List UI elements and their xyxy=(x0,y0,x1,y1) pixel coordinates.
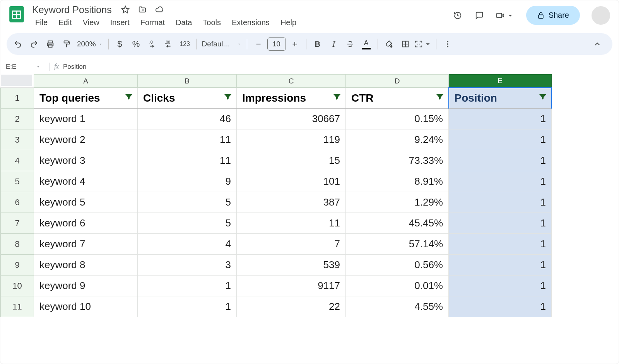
cell-E4[interactable]: 1 xyxy=(449,150,552,171)
font-size-increase-button[interactable] xyxy=(287,37,302,51)
cell-B8[interactable]: 4 xyxy=(138,234,237,255)
cell-D6[interactable]: 1.29% xyxy=(346,192,449,213)
cell-E8[interactable]: 1 xyxy=(449,234,552,255)
menu-file[interactable]: File xyxy=(31,16,52,29)
cell-A3[interactable]: keyword 2 xyxy=(34,129,138,150)
cell-D2[interactable]: 0.15% xyxy=(346,109,449,129)
row-header-8[interactable]: 8 xyxy=(1,234,34,255)
cell-A1[interactable]: Top queries xyxy=(34,88,138,109)
cell-A4[interactable]: keyword 3 xyxy=(34,150,138,171)
cell-D4[interactable]: 73.33% xyxy=(346,150,449,171)
cell-B7[interactable]: 5 xyxy=(138,213,237,234)
paint-format-button[interactable] xyxy=(59,37,74,51)
cell-B9[interactable]: 3 xyxy=(138,255,237,276)
cell-C10[interactable]: 9117 xyxy=(237,276,346,296)
cell-B10[interactable]: 1 xyxy=(138,276,237,296)
cell-A9[interactable]: keyword 8 xyxy=(34,255,138,276)
cell-A2[interactable]: keyword 1 xyxy=(34,109,138,129)
share-button[interactable]: Share xyxy=(526,6,580,25)
comment-icon[interactable] xyxy=(474,10,484,20)
cell-C3[interactable]: 119 xyxy=(237,129,346,150)
menu-edit[interactable]: Edit xyxy=(54,16,76,29)
menu-tools[interactable]: Tools xyxy=(198,16,226,29)
font-size-input[interactable]: 10 xyxy=(267,37,286,51)
increase-decimal-button[interactable]: .00 xyxy=(161,37,176,51)
column-header-A[interactable]: A xyxy=(34,75,138,88)
cell-D5[interactable]: 8.91% xyxy=(346,171,449,192)
menu-insert[interactable]: Insert xyxy=(106,16,134,29)
filter-icon[interactable] xyxy=(538,92,547,104)
cell-E7[interactable]: 1 xyxy=(449,213,552,234)
star-icon[interactable] xyxy=(120,5,130,15)
row-header-5[interactable]: 5 xyxy=(1,171,34,192)
print-button[interactable] xyxy=(43,37,58,51)
column-header-C[interactable]: C xyxy=(237,75,346,88)
row-header-7[interactable]: 7 xyxy=(1,213,34,234)
filter-icon[interactable] xyxy=(223,92,233,104)
borders-button[interactable] xyxy=(398,37,413,51)
spreadsheet-grid[interactable]: ABCDE1Top queriesClicksImpressionsCTRPos… xyxy=(0,74,619,317)
cell-B4[interactable]: 11 xyxy=(138,150,237,171)
formula-bar-value[interactable]: Position xyxy=(63,63,86,71)
column-header-D[interactable]: D xyxy=(346,75,449,88)
filter-icon[interactable] xyxy=(435,92,445,104)
cell-E10[interactable]: 1 xyxy=(449,276,552,296)
menu-view[interactable]: View xyxy=(78,16,104,29)
row-header-6[interactable]: 6 xyxy=(1,192,34,213)
cell-C6[interactable]: 387 xyxy=(237,192,346,213)
cell-E9[interactable]: 1 xyxy=(449,255,552,276)
column-header-E[interactable]: E xyxy=(449,75,552,88)
filter-icon[interactable] xyxy=(332,92,342,104)
cell-D3[interactable]: 9.24% xyxy=(346,129,449,150)
format-percent-button[interactable]: % xyxy=(129,37,144,51)
filter-icon[interactable] xyxy=(124,92,133,104)
cell-D11[interactable]: 4.55% xyxy=(346,296,449,317)
sheets-logo-icon[interactable] xyxy=(7,4,27,24)
cell-A7[interactable]: keyword 6 xyxy=(34,213,138,234)
cell-E1[interactable]: Position xyxy=(449,88,552,109)
format-currency-button[interactable]: $ xyxy=(113,37,127,51)
collapse-toolbar-button[interactable] xyxy=(590,37,605,51)
cell-C4[interactable]: 15 xyxy=(237,150,346,171)
zoom-dropdown[interactable]: 200% xyxy=(75,40,104,48)
redo-button[interactable] xyxy=(27,37,41,51)
row-header-9[interactable]: 9 xyxy=(1,255,34,276)
bold-button[interactable]: B xyxy=(310,37,325,51)
document-title[interactable]: Keyword Positions xyxy=(31,3,113,16)
more-toolbar-button[interactable] xyxy=(440,37,455,51)
row-header-11[interactable]: 11 xyxy=(1,296,34,317)
menu-data[interactable]: Data xyxy=(171,16,197,29)
menu-format[interactable]: Format xyxy=(136,16,169,29)
row-header-2[interactable]: 2 xyxy=(1,109,34,129)
merge-cells-button[interactable] xyxy=(414,37,432,51)
cell-C9[interactable]: 539 xyxy=(237,255,346,276)
decrease-decimal-button[interactable]: .0 xyxy=(145,37,160,51)
account-avatar[interactable] xyxy=(592,6,610,25)
menu-extensions[interactable]: Extensions xyxy=(227,16,274,29)
cell-C1[interactable]: Impressions xyxy=(237,88,346,109)
format-more-button[interactable]: 123 xyxy=(178,37,192,51)
cell-C5[interactable]: 101 xyxy=(237,171,346,192)
cell-B11[interactable]: 1 xyxy=(138,296,237,317)
row-header-3[interactable]: 3 xyxy=(1,129,34,150)
strikethrough-button[interactable] xyxy=(343,37,357,51)
cell-A6[interactable]: keyword 5 xyxy=(34,192,138,213)
cell-D10[interactable]: 0.01% xyxy=(346,276,449,296)
cell-D9[interactable]: 0.56% xyxy=(346,255,449,276)
menu-help[interactable]: Help xyxy=(276,16,301,29)
row-header-1[interactable]: 1 xyxy=(1,88,34,109)
cell-A5[interactable]: keyword 4 xyxy=(34,171,138,192)
cell-B1[interactable]: Clicks xyxy=(138,88,237,109)
cell-C11[interactable]: 22 xyxy=(237,296,346,317)
history-icon[interactable] xyxy=(453,10,463,20)
cloud-status-icon[interactable] xyxy=(154,5,164,15)
font-size-decrease-button[interactable] xyxy=(251,37,266,51)
cell-E3[interactable]: 1 xyxy=(449,129,552,150)
italic-button[interactable]: I xyxy=(327,37,341,51)
fill-color-button[interactable] xyxy=(382,37,397,51)
select-all-corner[interactable] xyxy=(1,75,34,88)
cell-C7[interactable]: 11 xyxy=(237,213,346,234)
move-to-folder-icon[interactable] xyxy=(137,5,147,15)
cell-E11[interactable]: 1 xyxy=(449,296,552,317)
cell-E5[interactable]: 1 xyxy=(449,171,552,192)
